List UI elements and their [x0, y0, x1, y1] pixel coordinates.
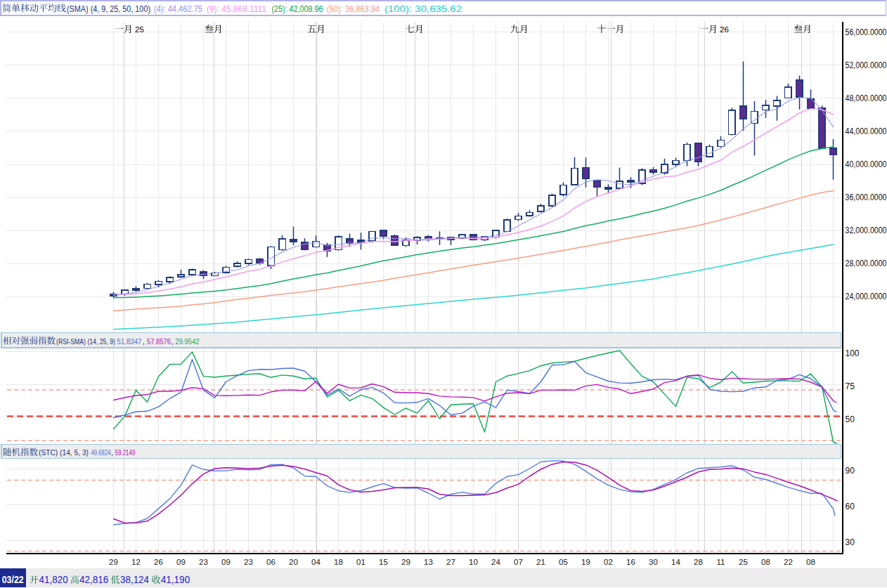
svg-text:42,816: 42,816 [79, 573, 108, 585]
svg-text:15: 15 [379, 558, 388, 566]
svg-text:50: 50 [846, 414, 855, 424]
svg-text:25: 25 [135, 25, 144, 34]
svg-text:12: 12 [131, 558, 141, 566]
svg-text:26: 26 [720, 25, 729, 34]
svg-text:02: 02 [604, 558, 613, 566]
svg-text:(25): 42,008.96: (25): 42,008.96 [272, 4, 323, 14]
svg-text:13: 13 [424, 558, 433, 566]
svg-text:20: 20 [289, 558, 298, 566]
svg-text:07: 07 [514, 558, 523, 566]
svg-text:90: 90 [846, 466, 855, 476]
svg-text:29: 29 [109, 558, 118, 566]
svg-text:09: 09 [176, 558, 186, 566]
svg-text:19: 19 [581, 558, 590, 566]
svg-text:29: 29 [401, 558, 410, 566]
svg-text:41,820: 41,820 [39, 573, 68, 585]
svg-text:21: 21 [536, 558, 545, 566]
svg-text:27: 27 [446, 558, 455, 566]
svg-text:,: , [111, 448, 113, 457]
svg-text:28: 28 [694, 558, 703, 566]
svg-text:14: 14 [671, 558, 680, 566]
svg-text:22: 22 [784, 558, 793, 566]
svg-text:51.8347: 51.8347 [117, 337, 142, 346]
svg-text:75: 75 [846, 381, 855, 391]
svg-text:44,000.0000: 44,000.0000 [846, 126, 887, 136]
svg-text:(4): 44,462.75: (4): 44,462.75 [154, 4, 202, 14]
svg-text:52,000.0000: 52,000.0000 [846, 60, 887, 70]
svg-text:60: 60 [846, 502, 855, 511]
svg-text:28,000.0000: 28,000.0000 [846, 259, 887, 268]
svg-text:30: 30 [846, 537, 855, 547]
svg-text:25: 25 [739, 558, 748, 566]
svg-text:,: , [171, 337, 174, 346]
svg-text:(SMA) (4, 9, 25, 50, 100): (SMA) (4, 9, 25, 50, 100) [67, 4, 150, 14]
svg-text:36,000.0000: 36,000.0000 [846, 192, 887, 202]
svg-text:24: 24 [491, 558, 500, 566]
svg-text:24,000.0000: 24,000.0000 [846, 292, 887, 301]
svg-text:32,000.0000: 32,000.0000 [846, 226, 887, 235]
svg-text:(100): 30,635.62: (100): 30,635.62 [384, 4, 462, 14]
svg-text:57.8576: 57.8576 [147, 337, 171, 346]
svg-text:29.9542: 29.9542 [176, 337, 200, 346]
svg-text:09: 09 [221, 558, 231, 566]
svg-text:23: 23 [199, 558, 208, 566]
svg-text:10: 10 [469, 558, 478, 566]
svg-text:01: 01 [356, 558, 365, 566]
svg-text:41,190: 41,190 [161, 573, 190, 585]
svg-text:40,000.0000: 40,000.0000 [846, 159, 887, 169]
svg-text:,: , [143, 337, 145, 346]
svg-text:59.2149: 59.2149 [115, 448, 136, 457]
svg-text:16: 16 [626, 558, 635, 566]
svg-text:03/22: 03/22 [2, 573, 24, 585]
svg-text:(9): 45,868.1111: (9): 45,868.1111 [207, 4, 266, 14]
svg-text:18: 18 [334, 558, 343, 566]
svg-text:48,000.0000: 48,000.0000 [846, 93, 887, 103]
svg-text:49.6824: 49.6824 [91, 448, 111, 457]
svg-text:08: 08 [761, 558, 770, 566]
svg-text:38,124: 38,124 [120, 573, 149, 585]
svg-text:26: 26 [154, 558, 163, 566]
svg-text:08: 08 [806, 558, 815, 566]
svg-text:06: 06 [266, 558, 276, 566]
svg-text:(50): 36,863.94: (50): 36,863.94 [327, 4, 380, 14]
svg-text:23: 23 [244, 558, 253, 566]
svg-text:04: 04 [311, 558, 321, 566]
svg-text:(RSI-SMA) (14, 25, 9): (RSI-SMA) (14, 25, 9) [56, 337, 115, 346]
svg-text:100: 100 [846, 348, 860, 358]
svg-text:11: 11 [717, 558, 725, 566]
svg-text:(STC) (14, 5, 3): (STC) (14, 5, 3) [39, 448, 89, 457]
svg-text:05: 05 [559, 558, 568, 566]
svg-text:30: 30 [649, 558, 658, 566]
svg-text:56,000.0000: 56,000.0000 [846, 27, 887, 37]
